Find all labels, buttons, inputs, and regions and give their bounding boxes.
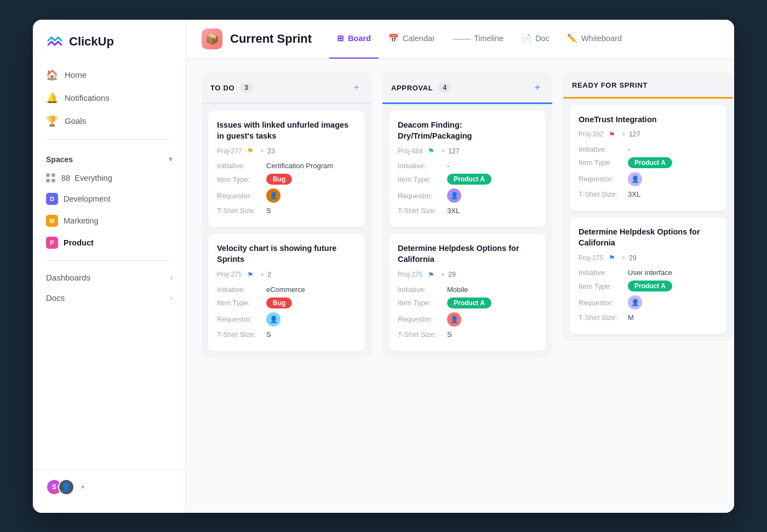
column-todo: TO DO 3 + Issues with linked unfurled im… <box>202 72 371 358</box>
sidebar-item-docs[interactable]: Docs › <box>33 288 186 308</box>
card-2-tshirt-value: S <box>266 330 271 339</box>
card-4-meta: Proj-275 ⚑ ✦ 29 <box>398 271 537 279</box>
card-6-initiative-label: Initiative: <box>579 268 628 277</box>
card-3-requestor-row: Requestor: 👤 <box>398 188 537 203</box>
card-4-initiative-value: Mobile <box>447 285 468 294</box>
timeline-tab-icon: —— <box>453 33 470 44</box>
sprint-icon: 📦 <box>202 28 222 49</box>
sidebar-item-notifications[interactable]: 🔔 Notifications <box>39 87 179 110</box>
column-ready: READY FOR SPRINT OneTrust Integration Pr… <box>563 72 733 341</box>
tab-whiteboard-label: Whiteboard <box>581 34 622 43</box>
sidebar-item-marketing[interactable]: M Marketing <box>39 210 179 232</box>
card-4-tshirt-value: S <box>447 330 452 339</box>
card-4-tshirt-row: T-Shirt Size: S <box>398 330 537 339</box>
everything-label: 88 Everything <box>61 174 112 182</box>
column-approval: APPROVAL 4 + Deacom Finding: Dry/Trim/Pa… <box>382 72 552 358</box>
card-1-requestor-avatar: 👤 <box>266 188 281 203</box>
card-2-requestor-row: Requestor: 👤 <box>217 312 356 327</box>
tab-board-label: Board <box>348 34 371 43</box>
doc-tab-icon: 📄 <box>521 33 531 43</box>
card-3-points: ✦ 127 <box>440 147 459 155</box>
marketing-dot: M <box>46 215 58 227</box>
development-dot: D <box>46 193 58 205</box>
tab-doc[interactable]: 📄 Doc <box>513 20 557 59</box>
card-3-title: Deacom Finding: Dry/Trim/Packaging <box>398 119 537 142</box>
card-6-type-label: Item Type: <box>579 282 628 290</box>
card-4-type-row: Item Type: Product A <box>398 298 537 308</box>
card-5-initiative-value: - <box>628 145 630 153</box>
clickup-logo-icon <box>46 33 64 50</box>
points-icon-6: ✦ <box>621 254 627 262</box>
card-4-requestor-row: Requestor: 👤 <box>398 312 537 327</box>
card-6-tshirt-label: T-Shirt Size: <box>579 313 628 322</box>
flag-blue-icon: ⚑ <box>247 271 254 279</box>
tab-calendar-label: Calendar <box>403 34 435 43</box>
card-3-type-row: Item Type: Product A <box>398 174 537 185</box>
tab-doc-label: Doc <box>535 34 550 43</box>
card-2-tshirt-label: T-Shirt Size: <box>217 330 266 339</box>
card-5-tshirt-row: T-Shirt Size: 3XL <box>579 190 718 198</box>
card-ready-1: OneTrust Integration Proj-392 ⚑ ✦ 127 In… <box>570 105 726 211</box>
sidebar-item-everything[interactable]: 88 Everything <box>39 168 179 188</box>
card-2-type-tag: Bug <box>266 298 292 308</box>
product-dot: P <box>46 237 58 249</box>
card-1-tshirt-value: S <box>266 207 271 215</box>
nav-items: 🏠 Home 🔔 Notifications 🏆 Goals <box>33 64 186 133</box>
card-2-requestor-label: Requestor: <box>217 315 266 323</box>
column-ready-title: READY FOR SPRINT <box>572 81 648 89</box>
app-window: ClickUp 🏠 Home 🔔 Notifications 🏆 Goals S… <box>33 20 734 513</box>
card-3-requestor-avatar: 👤 <box>447 188 461 203</box>
tab-timeline[interactable]: —— Timeline <box>445 20 511 59</box>
sidebar-item-development[interactable]: D Development <box>39 188 179 210</box>
column-approval-count: 4 <box>438 83 451 92</box>
card-5-type-tag: Product A <box>628 157 672 168</box>
sidebar-item-goals[interactable]: 🏆 Goals <box>39 110 179 133</box>
card-1-requestor-label: Requestor: <box>217 192 266 200</box>
tab-whiteboard[interactable]: ✏️ Whiteboard <box>559 20 629 59</box>
chevron-right-icon: › <box>170 273 173 282</box>
card-1-initiative-value: Certification Program <box>266 162 333 170</box>
tab-calendar[interactable]: 📅 Calendar <box>381 20 443 59</box>
sidebar-item-notifications-label: Notifications <box>65 93 110 102</box>
flag-yellow-icon: ⚑ <box>247 147 254 155</box>
column-todo-add[interactable]: + <box>350 81 363 95</box>
card-3-tshirt-label: T-Shirt Size: <box>398 207 447 215</box>
points-icon-4: ✦ <box>440 271 446 279</box>
card-6-type-tag: Product A <box>628 281 672 291</box>
card-6-initiative-value: User interface <box>628 268 672 277</box>
card-1-tshirt-label: T-Shirt Size: <box>217 207 266 215</box>
user-dropdown-arrow[interactable]: ▾ <box>81 483 84 491</box>
card-2-initiative-value: eCommerce <box>266 285 305 294</box>
column-approval-cards: Deacom Finding: Dry/Trim/Packaging Proj-… <box>382 104 552 358</box>
column-approval-header: APPROVAL 4 + <box>382 72 552 104</box>
points-icon: ✦ <box>259 147 265 155</box>
card-3-requestor-label: Requestor: <box>398 192 447 200</box>
dashboards-label: Dashboards <box>46 273 90 282</box>
tab-board[interactable]: ⊞ Board <box>329 20 379 59</box>
sidebar-item-product[interactable]: P Product <box>39 232 179 254</box>
sidebar-item-home[interactable]: 🏠 Home <box>39 64 179 87</box>
card-6-type-row: Item Type: Product A <box>579 281 718 291</box>
column-approval-add[interactable]: + <box>531 81 543 95</box>
column-todo-header: TO DO 3 + <box>202 72 371 104</box>
card-5-points: ✦ 127 <box>621 130 640 139</box>
card-5-title: OneTrust Integration <box>579 114 718 125</box>
card-3-type-tag: Product A <box>447 174 491 185</box>
calendar-tab-icon: 📅 <box>388 33 399 43</box>
card-5-initiative-row: Initiative: - <box>579 145 718 153</box>
sidebar-item-dashboards[interactable]: Dashboards › <box>33 267 186 288</box>
card-4-tshirt-label: T-Shirt Size: <box>398 330 447 339</box>
column-approval-title-row: APPROVAL 4 <box>391 83 451 92</box>
card-2-proj-id: Proj-275 <box>217 271 242 278</box>
card-5-requestor-avatar: 👤 <box>628 172 642 186</box>
product-label: Product <box>64 238 94 247</box>
card-ready-2: Determine Helpdesk Options for Californi… <box>570 218 726 335</box>
sidebar-item-goals-label: Goals <box>65 116 86 125</box>
card-1-points: ✦ 23 <box>259 147 274 155</box>
card-5-tshirt-value: 3XL <box>628 190 640 198</box>
card-6-points: ✦ 29 <box>621 254 636 262</box>
card-4-points: ✦ 29 <box>440 271 455 279</box>
card-3-meta: Proj-484 ⚑ ✦ 127 <box>398 147 537 155</box>
column-approval-title: APPROVAL <box>391 84 433 92</box>
card-5-requestor-label: Requestor: <box>579 175 628 183</box>
